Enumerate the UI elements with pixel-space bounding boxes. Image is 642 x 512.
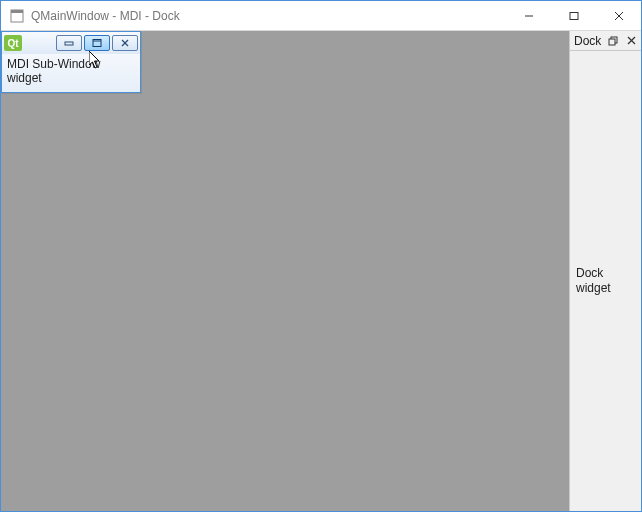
mdi-subwindow-titlebar[interactable]: Qt bbox=[2, 32, 140, 54]
dock-widget: Dock Dock widget bbox=[569, 31, 641, 511]
subwindow-maximize-button[interactable] bbox=[84, 35, 110, 51]
window-title: QMainWindow - MDI - Dock bbox=[31, 9, 180, 23]
app-icon bbox=[9, 8, 25, 24]
minimize-button[interactable] bbox=[506, 1, 551, 30]
main-window-titlebar: QMainWindow - MDI - Dock bbox=[1, 1, 641, 31]
dock-title-label: Dock bbox=[574, 34, 603, 48]
close-button[interactable] bbox=[596, 1, 641, 30]
mdi-subwindow[interactable]: Qt bbox=[1, 31, 141, 93]
dock-body-label: Dock widget bbox=[576, 266, 635, 296]
svg-rect-3 bbox=[570, 12, 578, 19]
dock-float-button[interactable] bbox=[605, 34, 621, 48]
dock-titlebar[interactable]: Dock bbox=[570, 31, 641, 51]
subwindow-close-button[interactable] bbox=[112, 35, 138, 51]
mdi-area[interactable]: Qt bbox=[1, 31, 569, 511]
svg-rect-1 bbox=[11, 10, 23, 13]
qt-logo-icon: Qt bbox=[4, 35, 22, 51]
subwindow-minimize-button[interactable] bbox=[56, 35, 82, 51]
dock-close-button[interactable] bbox=[623, 34, 639, 48]
svg-rect-13 bbox=[609, 39, 615, 45]
mdi-subwindow-body: MDI Sub-Window widget bbox=[2, 54, 140, 92]
svg-rect-6 bbox=[65, 42, 73, 45]
client-area: Qt bbox=[1, 31, 641, 511]
maximize-button[interactable] bbox=[551, 1, 596, 30]
dock-body: Dock widget bbox=[570, 51, 641, 511]
